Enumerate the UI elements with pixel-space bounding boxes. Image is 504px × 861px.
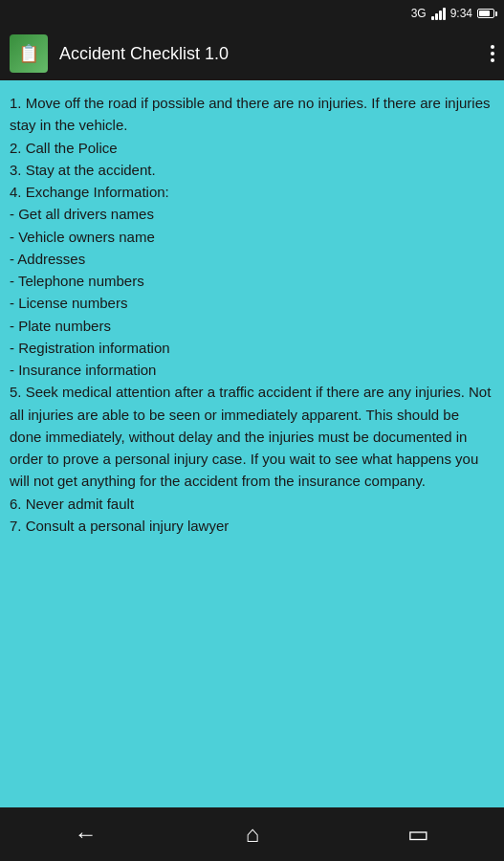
main-content: 1. Move off the road if possible and the… bbox=[0, 80, 504, 807]
home-button[interactable] bbox=[227, 813, 279, 855]
app-title: Accident Checklist 1.0 bbox=[59, 44, 479, 64]
back-button[interactable] bbox=[55, 813, 117, 855]
bottom-nav bbox=[0, 807, 504, 861]
battery-icon bbox=[477, 9, 494, 18]
status-icons: 3G 9:34 bbox=[411, 7, 494, 20]
network-type: 3G bbox=[411, 7, 427, 20]
checklist-body: 1. Move off the road if possible and the… bbox=[10, 92, 494, 537]
recent-apps-button[interactable] bbox=[388, 813, 449, 855]
app-bar: 📋 Accident Checklist 1.0 bbox=[0, 27, 504, 80]
clock: 9:34 bbox=[450, 7, 472, 20]
more-options-button[interactable] bbox=[491, 45, 494, 62]
app-icon: 📋 bbox=[10, 34, 48, 73]
status-bar: 3G 9:34 bbox=[0, 0, 504, 27]
signal-icon bbox=[431, 7, 446, 20]
